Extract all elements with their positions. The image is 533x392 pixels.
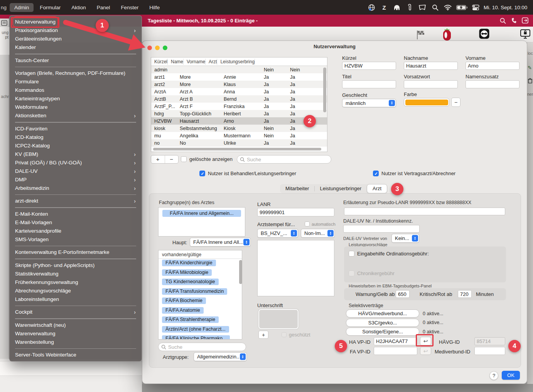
namenszusatz-field[interactable] bbox=[466, 80, 520, 88]
daleuv-field[interactable] bbox=[343, 225, 420, 233]
fachgruppe-item[interactable]: FÄ/FA Anatomie bbox=[162, 307, 204, 315]
screen-lock-icon[interactable] bbox=[520, 29, 531, 39]
table-row[interactable]: ArztA Arzt A Anna Ja Ja bbox=[151, 88, 327, 95]
farbe-colorwell[interactable] bbox=[404, 98, 449, 106]
table-row[interactable]: ArztB Arzt B Bernd Ja Ja bbox=[151, 95, 327, 103]
arztgruppe-select[interactable]: Allgemeinmedizin... bbox=[194, 352, 247, 361]
table-row[interactable]: mu Angelika Mustermann Nein Ja bbox=[151, 132, 327, 139]
shape-status-icon[interactable] bbox=[418, 3, 427, 12]
paperclip-status-icon[interactable] bbox=[405, 3, 414, 12]
pseudo-lanr-field[interactable] bbox=[344, 208, 505, 215]
fa-vpid-field[interactable] bbox=[374, 347, 417, 355]
fachgruppen-list-header[interactable]: vorhandene/gültige bbox=[159, 250, 242, 259]
chroniker-checkbox[interactable] bbox=[349, 270, 354, 276]
table-row[interactable]: no No Ulrike Ja Ja bbox=[151, 139, 327, 147]
globe-status-icon[interactable] bbox=[367, 3, 376, 12]
eingabehilfe-checkbox[interactable] bbox=[349, 251, 354, 257]
fachgruppe-item[interactable]: Ärztin/Arzt (ohne Facharzt... bbox=[162, 326, 229, 334]
table-row[interactable]: HZVBW Hausarzt Arno Ja Ja bbox=[151, 117, 327, 125]
admin-menu-item[interactable]: DALE-UV bbox=[10, 167, 142, 176]
admin-menu-item[interactable]: E-Mail-Vorlagen bbox=[10, 218, 142, 227]
lanr-field[interactable] bbox=[257, 208, 334, 216]
fachgruppe-item[interactable]: FÄ/FA Biochemie bbox=[162, 297, 206, 306]
wifi-icon[interactable] bbox=[443, 3, 452, 12]
spotlight-icon[interactable] bbox=[430, 3, 440, 12]
elephant-status-icon[interactable] bbox=[392, 3, 401, 12]
titel-field[interactable] bbox=[342, 80, 396, 88]
admin-menu-item[interactable]: KV (EBM) bbox=[10, 150, 142, 159]
admin-menu-item[interactable]: Warenbestellung bbox=[10, 338, 142, 346]
ha-vpid-revert-button[interactable]: ↩ bbox=[420, 337, 431, 345]
admin-menu-item[interactable]: Arbeitsmedizin bbox=[10, 184, 142, 193]
kurzel-field[interactable] bbox=[342, 62, 396, 70]
admin-menu-item[interactable]: Privat (GOÄ) / BG (UV-GOÄ) bbox=[10, 159, 142, 167]
stempel-select-1[interactable]: BS_HZV_... bbox=[257, 229, 298, 238]
column-header[interactable]: Leistungserbring bbox=[217, 59, 255, 65]
farbe-remove-button[interactable]: − bbox=[451, 98, 460, 107]
menubar-menu[interactable]: Formular bbox=[35, 3, 65, 12]
fachgruppe-item[interactable]: FÄ/FA Klinische Pharmako... bbox=[162, 335, 230, 340]
table-row[interactable]: hdrg Topp-Glücklich Heribert Ja Ja bbox=[151, 110, 327, 117]
admin-menu-item[interactable]: Aktionsketten bbox=[10, 112, 142, 120]
menubar-menu[interactable]: Hilfe bbox=[145, 3, 164, 12]
fachgruppe-item[interactable]: FÄ/FA Kinderchirurgie bbox=[162, 260, 216, 268]
stempel-select-2[interactable]: Non-Im... bbox=[301, 229, 335, 238]
admin-menu-item[interactable]: Warenwirtschaft (neu) bbox=[10, 321, 142, 329]
fachgruppen-scrollbar[interactable] bbox=[239, 260, 242, 284]
role-tab[interactable]: Arzt bbox=[367, 184, 387, 193]
remove-user-button[interactable]: − bbox=[165, 155, 179, 163]
admin-menu-item[interactable]: Skripte (Python- und AppleScripts) bbox=[10, 261, 142, 270]
table-row[interactable]: admin Nein Nein bbox=[151, 66, 327, 73]
automatisch-checkbox[interactable] bbox=[305, 221, 310, 226]
search-icon[interactable] bbox=[499, 17, 506, 24]
column-header[interactable]: Vorname bbox=[184, 59, 206, 65]
admin-menu-item[interactable]: Kalender bbox=[10, 43, 142, 52]
daleuv-vertreter-select[interactable]: Kein... bbox=[391, 234, 419, 243]
role-tab[interactable]: Mitarbeiter bbox=[280, 184, 314, 193]
menubar-menu[interactable]: Admin bbox=[10, 3, 34, 12]
geschlecht-select[interactable]: männlich bbox=[342, 99, 396, 107]
add-user-button[interactable]: + bbox=[151, 155, 165, 163]
admin-menu-item[interactable]: Karteieintragstypen bbox=[10, 95, 142, 103]
arztstempel-preview[interactable] bbox=[257, 240, 334, 296]
user-search-input[interactable] bbox=[247, 157, 328, 162]
admin-menu-item[interactable]: Formulare bbox=[10, 78, 142, 86]
admin-menu-item[interactable]: E-Mail-Konten bbox=[10, 210, 142, 218]
admin-menu-item[interactable]: Statistikverwaltung bbox=[10, 270, 142, 278]
unterschrift-box[interactable] bbox=[258, 309, 299, 329]
table-row[interactable]: arzt1 More Annie Ja Ja bbox=[151, 73, 327, 81]
fachgruppen-search-input[interactable] bbox=[168, 344, 243, 350]
show-deleted-checkbox[interactable] bbox=[181, 156, 187, 162]
admin-menu-item[interactable]: Warenverwaltung bbox=[10, 329, 142, 338]
admin-menu-item[interactable]: Laboreinstellungen bbox=[10, 295, 142, 304]
admin-menu-item[interactable]: Webformulare bbox=[10, 103, 142, 112]
battery-icon[interactable] bbox=[456, 3, 467, 12]
fachgruppe-selected-item[interactable]: FÄ/FA Innere und Allgemein... bbox=[162, 210, 241, 217]
admin-menu-item[interactable]: Praxisorganisation bbox=[10, 26, 142, 35]
kritisch-field[interactable] bbox=[458, 290, 472, 298]
selektiv-button[interactable]: S3C/gevko... bbox=[346, 319, 419, 327]
unterschrift-add-button[interactable]: + bbox=[258, 331, 268, 339]
vorname-field[interactable] bbox=[466, 62, 520, 70]
help-button[interactable]: ? bbox=[489, 371, 498, 380]
column-header[interactable]: Kürzel bbox=[151, 59, 168, 65]
admin-menu-item[interactable]: arzt-direkt bbox=[10, 197, 142, 205]
panel-toggle-icon[interactable] bbox=[522, 17, 529, 24]
fachgruppe-item[interactable]: FÄ/FA Transfusionsmedizin bbox=[162, 288, 227, 296]
finish-flag-icon[interactable] bbox=[416, 30, 426, 40]
admin-menu-item[interactable]: Abrechnungsvorschläge bbox=[10, 287, 142, 295]
table-row[interactable]: arzt2 More Klaus Ja Ja bbox=[151, 81, 327, 88]
admin-menu-item[interactable]: Kontenverwaltung E-Porto/Internetmarke bbox=[10, 248, 142, 257]
admin-menu-item[interactable]: Früherkennungsverwaltung bbox=[10, 278, 142, 287]
fa-vpid-revert-button[interactable]: ↩ bbox=[420, 347, 431, 355]
z-status-icon[interactable]: Z bbox=[380, 3, 389, 12]
table-row[interactable]: kiosk Selbstanmeldung Kiosk Nein Ja bbox=[151, 125, 327, 132]
nachname-field[interactable] bbox=[404, 62, 458, 70]
fachgruppe-item[interactable]: FÄ/FA Mikrobiologie bbox=[162, 269, 212, 277]
tomedo-app-icon[interactable] bbox=[442, 28, 452, 41]
menubar-menu[interactable]: Fenster bbox=[116, 3, 143, 12]
fachgruppe-selected-list[interactable]: FÄ/FA Innere und Allgemein... bbox=[158, 207, 245, 237]
admin-menu-item[interactable]: ICD-Katalog bbox=[10, 133, 142, 142]
admin-menu-item[interactable]: Server-Tools Webinterface bbox=[10, 351, 142, 359]
ha-vpid-field[interactable] bbox=[374, 337, 417, 345]
